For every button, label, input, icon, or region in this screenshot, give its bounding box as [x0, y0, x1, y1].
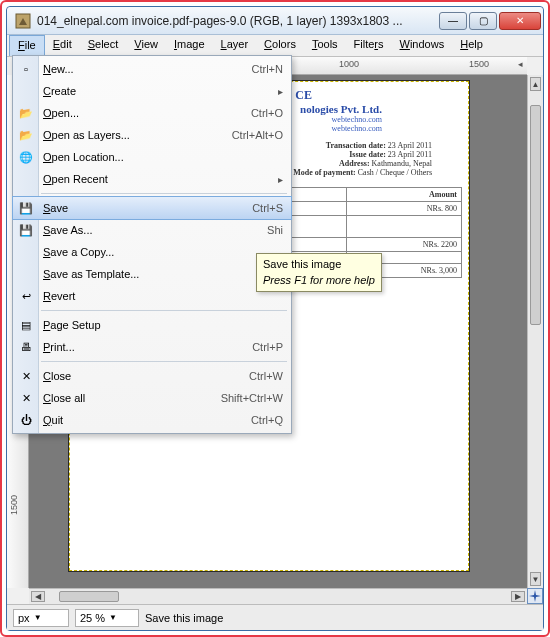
menu-item-label: Create	[43, 85, 278, 97]
ruler-menu-icon[interactable]: ◂	[518, 59, 523, 69]
meta-label: Address:	[339, 159, 370, 168]
menu-item-label: Save as Template...	[43, 268, 283, 280]
chevron-down-icon: ▼	[34, 613, 42, 622]
menu-item-label: Open Location...	[43, 151, 283, 163]
menu-item-revert[interactable]: ↩Revert	[13, 285, 291, 307]
menu-item-label: Page Setup	[43, 319, 283, 331]
minimize-button[interactable]: —	[439, 12, 467, 30]
menu-item-create[interactable]: Create▸	[13, 80, 291, 102]
unit-selector[interactable]: px ▼	[13, 609, 69, 627]
ruler-tick: 1500	[9, 495, 19, 515]
maximize-button[interactable]: ▢	[469, 12, 497, 30]
menu-help[interactable]: Help	[452, 35, 491, 56]
submenu-arrow-icon: ▸	[278, 86, 283, 97]
menu-shortcut: Shift+Ctrl+W	[221, 392, 283, 404]
status-message: Save this image	[145, 612, 223, 624]
menu-select[interactable]: Select	[80, 35, 127, 56]
menu-tools[interactable]: Tools	[304, 35, 346, 56]
meta-value: 23 April 2011	[388, 150, 432, 159]
menu-item-label: Close	[43, 370, 249, 382]
table-cell: NRs. 800	[346, 202, 462, 216]
close-icon: ✕	[17, 370, 35, 383]
menu-item-quit[interactable]: ⏻QuitCtrl+Q	[13, 409, 291, 431]
menu-item-label: Quit	[43, 414, 251, 426]
menu-colors[interactable]: Colors	[256, 35, 304, 56]
scroll-up-button[interactable]: ▲	[530, 77, 541, 91]
page-setup-icon: ▤	[17, 319, 35, 332]
menu-item-label: New...	[43, 63, 252, 75]
menu-item-label: Open...	[43, 107, 251, 119]
menu-separator	[41, 193, 287, 194]
menu-image[interactable]: Image	[166, 35, 213, 56]
menu-item-new[interactable]: ▫New...Ctrl+N	[13, 58, 291, 80]
doc-heading: CE	[295, 88, 312, 102]
menu-edit[interactable]: Edit	[45, 35, 80, 56]
menu-item-save-as[interactable]: 💾Save As...Shi	[13, 219, 291, 241]
save-as-icon: 💾	[17, 224, 35, 237]
chevron-down-icon: ▼	[109, 613, 117, 622]
ruler-tick: 1500	[469, 59, 489, 69]
menu-shortcut: Ctrl+S	[252, 202, 283, 214]
menu-item-label: Save a Copy...	[43, 246, 283, 258]
titlebar: 014_elnepal.com invoice.pdf-pages-9.0 (R…	[7, 7, 543, 35]
menu-separator	[41, 310, 287, 311]
meta-label: Issue date:	[349, 150, 386, 159]
menu-item-open-as-layers[interactable]: 📂Open as Layers...Ctrl+Alt+O	[13, 124, 291, 146]
menu-layer[interactable]: Layer	[213, 35, 257, 56]
zoom-selector[interactable]: 25 % ▼	[75, 609, 139, 627]
menu-shortcut: Ctrl+Alt+O	[232, 129, 283, 141]
scroll-right-button[interactable]: ▶	[511, 591, 525, 602]
menu-shortcut: Ctrl+W	[249, 370, 283, 382]
revert-icon: ↩	[17, 290, 35, 303]
menu-shortcut: Ctrl+N	[252, 63, 283, 75]
menu-item-label: Print...	[43, 341, 252, 353]
window-controls: — ▢ ✕	[439, 12, 541, 30]
app-icon	[15, 13, 31, 29]
scrollbar-vertical[interactable]: ▲ ▼	[527, 75, 543, 588]
close-all-icon: ✕	[17, 392, 35, 405]
menu-separator	[41, 361, 287, 362]
menu-shortcut: Shi	[267, 224, 283, 236]
scrollbar-horizontal[interactable]: ◀ ▶	[29, 588, 527, 604]
open-layers-icon: 📂	[17, 129, 35, 142]
menu-item-save-a-copy[interactable]: Save a Copy...	[13, 241, 291, 263]
scroll-v-thumb[interactable]	[530, 105, 541, 325]
menu-item-save[interactable]: 💾SaveCtrl+S	[13, 197, 291, 219]
menu-item-open-recent[interactable]: Open Recent▸	[13, 168, 291, 190]
meta-value: Cash / Cheque / Others	[358, 168, 432, 177]
menu-filters[interactable]: Filters	[346, 35, 392, 56]
menu-item-print[interactable]: 🖶Print...Ctrl+P	[13, 336, 291, 358]
menu-windows[interactable]: Windows	[392, 35, 453, 56]
menu-item-save-as-template[interactable]: Save as Template...	[13, 263, 291, 285]
scroll-down-button[interactable]: ▼	[530, 572, 541, 586]
menu-item-close-all[interactable]: ✕Close allShift+Ctrl+W	[13, 387, 291, 409]
menu-item-close[interactable]: ✕CloseCtrl+W	[13, 365, 291, 387]
menu-item-label: Save	[43, 202, 252, 214]
menu-item-label: Save As...	[43, 224, 267, 236]
meta-value: Kathmandu, Nepal	[372, 159, 432, 168]
scroll-left-button[interactable]: ◀	[31, 591, 45, 602]
menu-item-label: Revert	[43, 290, 283, 302]
amount-header: Amount	[346, 188, 462, 202]
navigation-icon[interactable]	[527, 588, 543, 604]
menu-item-open[interactable]: 📂Open...Ctrl+O	[13, 102, 291, 124]
menu-item-label: Close all	[43, 392, 221, 404]
menubar: File Edit Select View Image Layer Colors…	[7, 35, 543, 57]
menu-view[interactable]: View	[126, 35, 166, 56]
scroll-h-thumb[interactable]	[59, 591, 119, 602]
table-cell: NRs. 2200	[346, 238, 462, 252]
menu-item-label: Open Recent	[43, 173, 278, 185]
open-icon: 📂	[17, 107, 35, 120]
menu-file[interactable]: File	[9, 35, 45, 56]
close-window-button[interactable]: ✕	[499, 12, 541, 30]
submenu-arrow-icon: ▸	[278, 174, 283, 185]
menu-item-open-location[interactable]: 🌐Open Location...	[13, 146, 291, 168]
zoom-value: 25 %	[80, 612, 105, 624]
tooltip-title: Save this image	[263, 258, 341, 270]
save-icon: 💾	[17, 202, 35, 215]
doc-link: webtechno.com	[332, 124, 382, 133]
file-menu-dropdown: ▫New...Ctrl+NCreate▸📂Open...Ctrl+O📂Open …	[12, 55, 292, 434]
ruler-tick: 1000	[339, 59, 359, 69]
window-title: 014_elnepal.com invoice.pdf-pages-9.0 (R…	[37, 14, 439, 28]
menu-item-page-setup[interactable]: ▤Page Setup	[13, 314, 291, 336]
